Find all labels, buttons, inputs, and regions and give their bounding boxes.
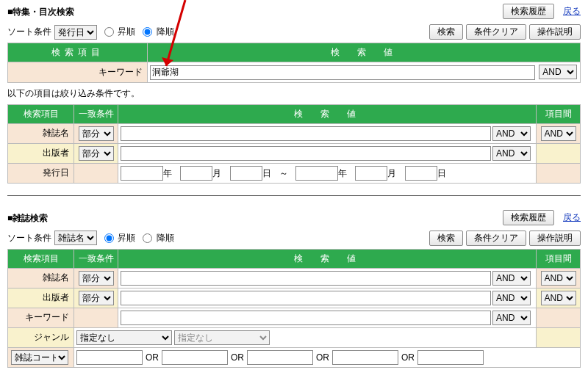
- pub-match-2[interactable]: 部分: [79, 291, 114, 305]
- date-y1[interactable]: [121, 166, 163, 181]
- keyword-label: キーワード: [8, 62, 148, 83]
- date-label-1: 発行日: [8, 163, 74, 183]
- mag-op-2[interactable]: AND: [492, 271, 531, 286]
- or-1: OR: [146, 352, 159, 363]
- pub-between-1: [537, 143, 581, 163]
- hdr-between-1: 項目間: [537, 104, 581, 123]
- mag-label-1: 雑誌名: [8, 123, 74, 143]
- hdr-between-2: 項目間: [537, 249, 581, 268]
- sort-field-select-1[interactable]: 発行日: [54, 25, 97, 40]
- keyword-table: 検索項目 検 索 値 キーワード AND: [7, 43, 581, 83]
- history-button-1[interactable]: 検索履歴: [503, 4, 554, 19]
- search-button-2[interactable]: 検索: [429, 231, 463, 246]
- code-input-4[interactable]: [332, 350, 398, 365]
- date-d1[interactable]: [230, 166, 262, 181]
- genre-select-2[interactable]: 指定なし: [174, 330, 270, 345]
- help-button-1[interactable]: 操作説明: [529, 24, 581, 40]
- mag-label-2: 雑誌名: [8, 268, 74, 288]
- or-4: OR: [401, 352, 415, 363]
- section2-title: ■雑誌検索: [7, 212, 48, 225]
- mag-op-1[interactable]: AND: [492, 126, 531, 141]
- hdr-match-2: 一致条件: [74, 249, 118, 268]
- help-button-2[interactable]: 操作説明: [529, 231, 581, 246]
- pub-label-1: 出版者: [8, 143, 74, 163]
- hdr-match-1: 一致条件: [74, 104, 118, 123]
- date-m2[interactable]: [355, 166, 387, 181]
- sort-desc-1[interactable]: 降順: [138, 26, 173, 38]
- sort-label-2: ソート条件: [7, 232, 51, 244]
- hdr-item-2: 検索項目: [8, 249, 74, 268]
- code-input-1[interactable]: [76, 350, 143, 365]
- kw-input-2[interactable]: [121, 311, 491, 325]
- date-d2[interactable]: [405, 166, 437, 181]
- sort-asc-1[interactable]: 昇順: [100, 26, 135, 38]
- keyword-op[interactable]: AND: [539, 65, 577, 79]
- mag-match-1[interactable]: 部分: [79, 126, 114, 141]
- genre-label: ジャンル: [8, 327, 74, 347]
- divider: [7, 195, 581, 196]
- pub-op-2[interactable]: AND: [492, 291, 531, 305]
- sort-asc-2[interactable]: 昇順: [100, 232, 135, 244]
- mag-match-2[interactable]: 部分: [79, 271, 114, 286]
- history-button-2[interactable]: 検索履歴: [503, 210, 554, 225]
- sort-desc-2[interactable]: 降順: [138, 232, 173, 244]
- code-input-5[interactable]: [417, 350, 484, 365]
- hdr-value-1b: 検 索 値: [118, 104, 537, 123]
- date-m1[interactable]: [180, 166, 212, 181]
- search-button-1[interactable]: 検索: [429, 24, 463, 40]
- pub-input-2[interactable]: [121, 291, 491, 305]
- clear-button-2[interactable]: 条件クリア: [466, 231, 526, 246]
- back-link-2[interactable]: 戻る: [563, 211, 581, 224]
- kw-op-2[interactable]: AND: [492, 311, 531, 325]
- mag-input-2[interactable]: [121, 271, 491, 286]
- hdr-value-2: 検 索 値: [118, 249, 537, 268]
- code-input-2[interactable]: [162, 350, 228, 365]
- clear-button-1[interactable]: 条件クリア: [466, 24, 526, 40]
- keyword-input[interactable]: [150, 65, 535, 80]
- pub-op-1[interactable]: AND: [492, 146, 531, 161]
- code-input-3[interactable]: [247, 350, 313, 365]
- pub-between-2[interactable]: AND: [541, 291, 576, 305]
- hdr-value-1: 検 索 値: [148, 43, 581, 62]
- pub-input-1[interactable]: [121, 146, 491, 161]
- or-3: OR: [316, 352, 329, 363]
- genre-select-1[interactable]: 指定なし: [76, 330, 172, 345]
- code-select[interactable]: 雑誌コード: [11, 350, 68, 365]
- mag-input-1[interactable]: [121, 126, 491, 141]
- date-y2[interactable]: [295, 166, 338, 181]
- mag-between-1[interactable]: AND: [541, 126, 576, 141]
- section1-title: ■特集・目次検索: [7, 6, 74, 18]
- pub-match-1[interactable]: 部分: [79, 146, 114, 161]
- mag-between-2[interactable]: AND: [541, 271, 576, 286]
- refine-table-2: 検索項目 一致条件 検 索 値 項目間 雑誌名 部分 AND AND 出版者 部…: [7, 249, 581, 368]
- hdr-item-1: 検索項目: [8, 43, 148, 62]
- sort-field-select-2[interactable]: 雑誌名: [54, 231, 97, 245]
- refine-note: 以下の項目は絞り込み条件です。: [7, 87, 581, 100]
- hdr-item-1b: 検索項目: [8, 104, 74, 123]
- sort-label-1: ソート条件: [7, 26, 51, 38]
- back-link-1[interactable]: 戻る: [563, 5, 581, 18]
- refine-table-1: 検索項目 一致条件 検 索 値 項目間 雑誌名 部分 AND AND 出版者 部…: [7, 104, 581, 184]
- pub-label-2: 出版者: [8, 288, 74, 308]
- kw-label-2: キーワード: [8, 308, 74, 327]
- or-2: OR: [231, 352, 244, 363]
